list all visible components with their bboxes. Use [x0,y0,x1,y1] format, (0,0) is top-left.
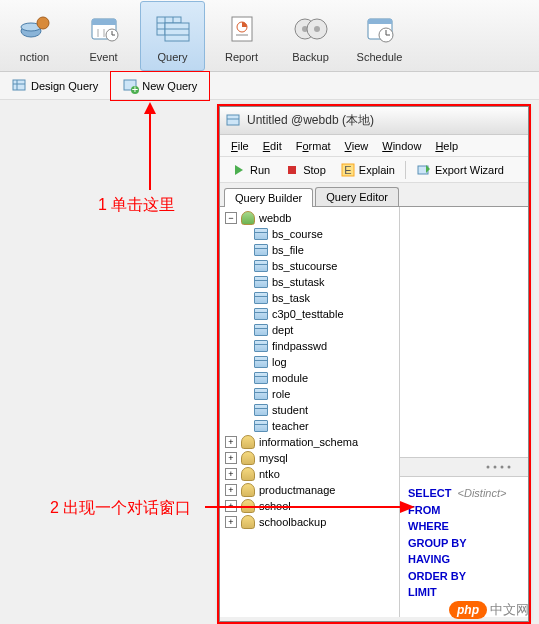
table-icon [253,387,269,401]
grip-icon[interactable] [483,462,523,472]
tree-table-item[interactable]: bs_task [223,290,396,306]
toolbar-btn-nction[interactable]: nction [2,1,67,71]
toolbar-btn-backup[interactable]: Backup [278,1,343,71]
tree-label: c3p0_testtable [272,308,344,320]
export-icon [416,162,432,178]
expand-icon[interactable]: + [225,436,237,448]
tree-table-item[interactable]: bs_course [223,226,396,242]
window-title: Untitled @webdb (本地) [247,112,374,129]
table-icon [253,323,269,337]
gear-icon [15,9,55,49]
tree-table-item[interactable]: log [223,354,396,370]
tree-table-item[interactable]: teacher [223,418,396,434]
tree-table-item[interactable]: role [223,386,396,402]
table-icon [253,419,269,433]
new-query-button[interactable]: + New Query [116,74,204,98]
tree-label: school [259,500,291,512]
tree-db-item[interactable]: +productmanage [223,482,396,498]
design-query-button[interactable]: Design Query [5,74,105,98]
svg-marker-48 [144,102,156,114]
svg-point-44 [494,466,497,469]
toolbar-btn-event[interactable]: Event [71,1,136,71]
expand-icon[interactable]: + [225,500,237,512]
svg-text:E: E [344,164,351,176]
menu-edit[interactable]: Edit [257,138,288,154]
menu-file[interactable]: File [225,138,255,154]
sql-preview: SELECT <Distinct> FROM WHERE GROUP BY HA… [400,477,528,617]
expand-icon[interactable]: + [225,516,237,528]
menu-view[interactable]: View [339,138,375,154]
tree-label: productmanage [259,484,335,496]
run-button[interactable]: Run [225,159,276,181]
new-query-icon: + [123,78,139,94]
tree-label: webdb [259,212,291,224]
clock-icon [360,9,400,49]
toolbar-btn-query[interactable]: Query [140,1,205,71]
svg-rect-31 [13,80,25,90]
svg-point-45 [501,466,504,469]
run-label: Run [250,164,270,176]
explain-button[interactable]: E Explain [334,159,401,181]
play-icon [231,162,247,178]
svg-rect-37 [227,115,239,125]
collapse-icon[interactable]: − [225,212,237,224]
expand-icon[interactable]: + [225,468,237,480]
tree-db-item[interactable]: +school [223,498,396,514]
tree-label: information_schema [259,436,358,448]
menu-help[interactable]: Help [429,138,464,154]
toolbar-btn-report[interactable]: Report [209,1,274,71]
tree-table-item[interactable]: student [223,402,396,418]
new-query-highlight: + New Query [110,71,210,101]
watermark-badge: php [449,601,487,619]
tree-root[interactable]: − webdb [223,210,396,226]
explain-label: Explain [359,164,395,176]
title-bar[interactable]: Untitled @webdb (本地) [220,107,528,135]
table-icon [253,275,269,289]
tab-query-builder[interactable]: Query Builder [224,188,313,207]
tree-view[interactable]: − webdb bs_coursebs_filebs_stucoursebs_s… [220,207,400,617]
tree-table-item[interactable]: findpasswd [223,338,396,354]
explain-icon: E [340,162,356,178]
stop-button[interactable]: Stop [278,159,332,181]
sql-where: WHERE [408,518,520,535]
tree-table-item[interactable]: bs_stucourse [223,258,396,274]
table-icon [253,259,269,273]
tree-db-item[interactable]: +information_schema [223,434,396,450]
table-icon [253,243,269,257]
tab-query-editor[interactable]: Query Editor [315,187,399,206]
svg-point-46 [508,466,511,469]
table-icon [253,403,269,417]
toolbar-label: Query [158,51,188,63]
report-icon [222,9,262,49]
tree-label: bs_stutask [272,276,325,288]
sql-distinct: <Distinct> [458,487,507,499]
database-icon [240,515,256,529]
tree-label: student [272,404,308,416]
tree-label: role [272,388,290,400]
export-button[interactable]: Export Wizard [410,159,510,181]
table-icon [253,371,269,385]
tree-db-item[interactable]: +schoolbackup [223,514,396,530]
table-icon [253,355,269,369]
toolbar-btn-schedule[interactable]: Schedule [347,1,412,71]
svg-point-43 [487,466,490,469]
expand-icon[interactable]: + [225,484,237,496]
builder-canvas[interactable] [400,207,528,457]
tree-db-item[interactable]: +mysql [223,450,396,466]
expand-icon[interactable]: + [225,452,237,464]
tree-table-item[interactable]: dept [223,322,396,338]
tree-label: bs_course [272,228,323,240]
tree-label: mysql [259,452,288,464]
database-icon [240,467,256,481]
slider-bar [400,457,528,477]
menu-format[interactable]: Format [290,138,337,154]
tree-db-item[interactable]: +ntko [223,466,396,482]
menu-window[interactable]: Window [376,138,427,154]
new-query-label: New Query [142,80,197,92]
database-icon [240,499,256,513]
tree-table-item[interactable]: c3p0_testtable [223,306,396,322]
tree-table-item[interactable]: module [223,370,396,386]
tree-table-item[interactable]: bs_file [223,242,396,258]
watermark: php 中文网 [449,601,529,619]
tree-table-item[interactable]: bs_stutask [223,274,396,290]
